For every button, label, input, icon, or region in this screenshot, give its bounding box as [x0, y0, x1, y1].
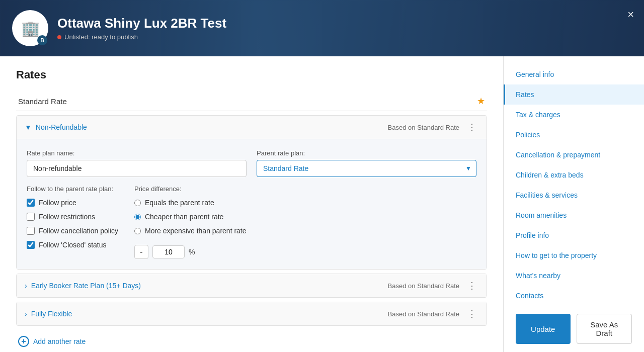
chevron-right-icon-flexible: › [25, 310, 27, 318]
chevron-down-icon: ▼ [25, 123, 32, 131]
sidebar: General infoRatesTax & chargesPoliciesCa… [503, 56, 644, 352]
follow-section: Follow to the parent rate plan: Follow p… [27, 185, 476, 259]
main-layout: Rates Standard Rate ★ ▼ Non-Refundable B… [0, 56, 644, 352]
more-expensive-label: More expensive than parent rate [145, 227, 247, 235]
sidebar-item-facilities[interactable]: Facilities & services [504, 185, 644, 205]
more-expensive-radio[interactable] [134, 228, 141, 234]
follow-closed-label: Follow 'Closed' status [39, 241, 107, 249]
status-text: Unlisted: ready to publish [64, 33, 138, 41]
rate-plan-name-input[interactable] [27, 160, 247, 177]
page-title: Rates [16, 68, 487, 81]
add-rate-label: Add another rate [33, 337, 86, 345]
follow-checkboxes-col: Follow to the parent rate plan: Follow p… [27, 185, 118, 259]
property-name: Ottawa Shiny Lux 2BR Test [57, 16, 226, 31]
cheaper-radio-row: Cheaper than parent rate [134, 213, 247, 221]
sidebar-item-contacts[interactable]: Contacts [504, 286, 644, 306]
dots-menu-flexible[interactable]: ⋮ [465, 308, 478, 319]
standard-rate-label: Standard Rate [18, 97, 67, 106]
percent-input[interactable] [152, 245, 185, 258]
dots-menu-early[interactable]: ⋮ [465, 280, 478, 291]
sidebar-item-room-amenities[interactable]: Room amenities [504, 205, 644, 225]
sidebar-item-rates[interactable]: Rates [504, 84, 644, 105]
equals-label: Equals the parent rate [145, 199, 214, 207]
sidebar-footer: Update Save As Draft [504, 306, 644, 352]
expanded-panel: Rate plan name: Parent rate plan: Standa… [17, 139, 487, 269]
based-on-flexible: Based on Standard Rate [388, 310, 459, 318]
based-on-early: Based on Standard Rate [388, 282, 459, 290]
follow-closed-row: Follow 'Closed' status [27, 241, 118, 249]
rate-plan-name-flexible: Fully Flexible [31, 310, 72, 318]
chevron-right-icon-early: › [25, 282, 27, 290]
sidebar-item-whats-nearby[interactable]: What's nearby [504, 266, 644, 286]
cheaper-label: Cheaper than parent rate [145, 213, 223, 221]
follow-price-checkbox[interactable] [27, 199, 35, 207]
close-button[interactable]: × [627, 8, 634, 21]
sidebar-item-tax-charges[interactable]: Tax & charges [504, 105, 644, 125]
sidebar-item-general-info[interactable]: General info [504, 64, 644, 84]
add-rate-row[interactable]: + Add another rate [16, 330, 487, 352]
follow-price-row: Follow price [27, 199, 118, 207]
rate-plan-name-group: Rate plan name: [27, 149, 247, 177]
cheaper-radio[interactable] [134, 214, 141, 220]
logo-badge: B [37, 35, 47, 45]
parent-rate-label: Parent rate plan: [257, 149, 476, 157]
parent-rate-select[interactable]: Standard Rate [257, 160, 476, 177]
price-diff-col: Price difference: Equals the parent rate… [134, 185, 247, 259]
minus-button[interactable]: - [134, 245, 148, 259]
based-on-non-refundable: Based on Standard Rate [388, 124, 459, 131]
follow-cancellation-checkbox[interactable] [27, 227, 35, 235]
update-button[interactable]: Update [516, 314, 571, 344]
rate-plan-header-early-booker[interactable]: › Early Booker Rate Plan (15+ Days) Base… [17, 274, 487, 297]
add-circle-icon: + [18, 336, 29, 347]
sidebar-item-policies[interactable]: Policies [504, 125, 644, 145]
star-icon: ★ [477, 96, 485, 107]
more-expensive-radio-row: More expensive than parent rate [134, 227, 247, 235]
save-draft-button[interactable]: Save As Draft [577, 314, 632, 344]
follow-label: Follow to the parent rate plan: [27, 185, 118, 193]
sidebar-item-profile-info[interactable]: Profile info [504, 225, 644, 245]
rate-plan-name-non-refundable: Non-Refundable [36, 123, 87, 131]
follow-restrictions-row: Follow restrictions [27, 213, 118, 221]
status-dot [57, 35, 61, 39]
dots-menu-non-refundable[interactable]: ⋮ [465, 122, 478, 133]
sidebar-item-children[interactable]: Children & extra beds [504, 165, 644, 185]
content-area: Rates Standard Rate ★ ▼ Non-Refundable B… [0, 56, 503, 352]
property-logo: 🏢 B [12, 10, 48, 46]
follow-closed-checkbox[interactable] [27, 241, 35, 249]
price-diff-input-row: - % [134, 245, 247, 259]
parent-rate-group: Parent rate plan: Standard Rate ▼ [257, 149, 476, 177]
equals-radio-row: Equals the parent rate [134, 199, 247, 207]
rate-plan-fully-flexible: › Fully Flexible Based on Standard Rate … [16, 302, 487, 326]
rate-plan-name-early: Early Booker Rate Plan (15+ Days) [31, 282, 141, 290]
percent-sign: % [189, 248, 195, 256]
rate-plan-header-non-refundable[interactable]: ▼ Non-Refundable Based on Standard Rate … [17, 116, 487, 139]
sidebar-item-how-to-get[interactable]: How to get to the property [504, 245, 644, 266]
standard-rate-bar: Standard Rate ★ [16, 92, 487, 111]
rate-plan-non-refundable: ▼ Non-Refundable Based on Standard Rate … [16, 115, 487, 270]
follow-restrictions-checkbox[interactable] [27, 213, 35, 221]
equals-radio[interactable] [134, 200, 141, 206]
follow-cancellation-label: Follow cancellation policy [39, 227, 118, 235]
sidebar-item-cancellation[interactable]: Cancellation & prepayment [504, 145, 644, 165]
follow-price-label: Follow price [39, 199, 76, 207]
rate-plan-header-flexible[interactable]: › Fully Flexible Based on Standard Rate … [17, 302, 487, 325]
price-diff-label: Price difference: [134, 185, 247, 193]
header: 🏢 B Ottawa Shiny Lux 2BR Test Unlisted: … [0, 0, 644, 56]
rate-plan-early-booker: › Early Booker Rate Plan (15+ Days) Base… [16, 274, 487, 298]
follow-restrictions-label: Follow restrictions [39, 213, 95, 221]
rate-plan-name-label: Rate plan name: [27, 149, 247, 157]
follow-cancellation-row: Follow cancellation policy [27, 227, 118, 235]
